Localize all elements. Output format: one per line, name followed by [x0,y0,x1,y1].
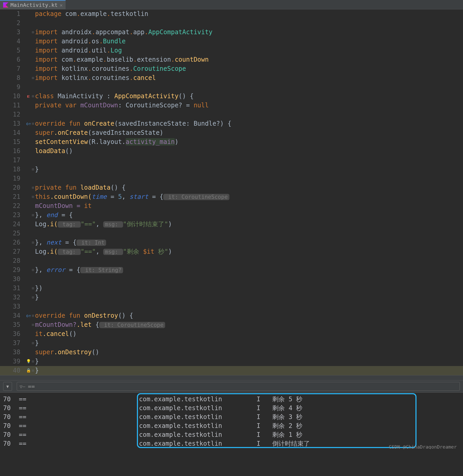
close-icon[interactable]: ✕ [60,2,63,8]
bulb-icon[interactable]: 💡 [26,357,31,366]
param-hint: tag: [58,249,81,255]
log-level-dropdown[interactable]: ▼ [3,382,12,391]
param-hint: it: Int [77,240,106,246]
param-hint: msg: [103,249,123,255]
param-hint: it: CoroutineScope [163,194,229,200]
param-hint: msg: [103,221,123,228]
log-row: 70==com.example.testkotlinI剩余 3 秒 [3,413,463,421]
file-tab[interactable]: MainActivity.kt ✕ [0,0,66,9]
tab-bar: MainActivity.kt ✕ [0,0,463,9]
code-editor[interactable]: 1package com.example.testkotlin 2 3⊟impo… [0,9,463,375]
logcat-output[interactable]: 70==com.example.testkotlinI剩余 5 秒70==com… [0,393,463,449]
param-hint: tag: [58,221,81,228]
filter-icon: ▽‒ [20,384,25,389]
tab-label: MainActivity.kt [10,2,58,8]
override-icon[interactable]: o↑ [26,311,31,320]
class-marker-icon: ◧ [26,92,31,101]
log-row: 70==com.example.testkotlinI剩余 2 秒 [3,421,463,430]
filter-text: == [28,383,35,390]
log-row: 70==com.example.testkotlinI剩余 4 秒 [3,404,463,413]
logcat-toolbar: ▼ ▽‒ == [0,380,463,393]
log-row: 70==com.example.testkotlinI剩余 1 秒 [3,430,463,439]
kotlin-icon [3,2,8,8]
watermark-text: CSDN @ChinaDragonDreamer [389,444,457,449]
panel-separator[interactable] [0,375,463,380]
log-row: 70==com.example.testkotlinI剩余 5 秒 [3,395,463,404]
param-hint: it: CoroutineScope [99,322,165,328]
chevron-down-icon: ▼ [6,384,9,389]
lock-icon: 🔒 [26,366,31,375]
override-icon[interactable]: o↑ [26,119,31,128]
log-filter-input[interactable]: ▽‒ == [17,382,460,391]
param-hint: it: String? [80,267,123,273]
